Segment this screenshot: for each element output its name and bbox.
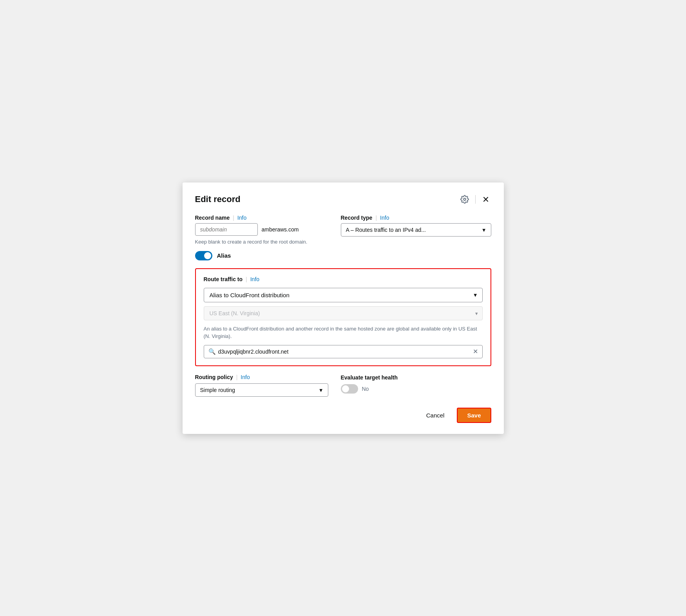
route-traffic-info-link[interactable]: Info: [250, 276, 259, 282]
region-select: US East (N. Virginia): [204, 306, 483, 320]
record-type-label-row: Record type | Info: [341, 215, 491, 221]
record-name-info-link[interactable]: Info: [237, 215, 246, 221]
route-traffic-box: Route traffic to | Info Alias to CloudFr…: [195, 268, 491, 366]
record-type-select[interactable]: A – Routes traffic to an IPv4 ad...: [341, 223, 491, 237]
evaluate-target-health-group: Evaluate target health No: [341, 374, 491, 394]
routing-policy-select[interactable]: Simple routing: [195, 383, 328, 397]
routing-policy-group: Routing policy | Info Simple routing ▼: [195, 374, 328, 397]
record-name-label: Record name: [195, 215, 230, 221]
region-description: An alias to a CloudFront distribution an…: [204, 325, 483, 340]
record-type-group: Record type | Info A – Routes traffic to…: [341, 215, 491, 245]
dialog-footer: Cancel Save: [195, 408, 491, 423]
health-toggle-row: No: [341, 384, 491, 394]
dialog-header: Edit record: [195, 193, 491, 205]
alias-target-select[interactable]: Alias to CloudFront distribution: [204, 288, 483, 302]
routing-policy-label-row: Routing policy | Info: [195, 374, 328, 380]
clear-icon[interactable]: ✕: [473, 348, 478, 355]
health-toggle[interactable]: [341, 384, 358, 394]
health-no-label: No: [362, 386, 369, 392]
record-name-label-row: Record name | Info: [195, 215, 328, 221]
record-type-select-wrapper: A – Routes traffic to an IPv4 ad... ▼: [341, 223, 491, 237]
close-button[interactable]: [480, 194, 491, 205]
save-button[interactable]: Save: [457, 408, 491, 423]
record-name-input[interactable]: [195, 223, 258, 236]
svg-point-0: [463, 198, 466, 201]
record-name-hint: Keep blank to create a record for the ro…: [195, 239, 328, 245]
header-divider: [475, 195, 476, 204]
record-name-input-row: amberaws.com: [195, 223, 328, 236]
alias-target-select-wrapper: Alias to CloudFront distribution ▼: [204, 288, 483, 302]
routing-policy-select-wrapper: Simple routing ▼: [195, 383, 328, 397]
route-traffic-header: Route traffic to | Info: [204, 276, 483, 282]
record-fields-row: Record name | Info amberaws.com Keep bla…: [195, 215, 491, 245]
edit-record-dialog: Edit record Record name | Inf: [183, 182, 504, 434]
record-type-info-link[interactable]: Info: [380, 215, 389, 221]
routing-policy-info-link[interactable]: Info: [241, 374, 250, 380]
cancel-button[interactable]: Cancel: [420, 409, 451, 422]
alias-row: Alias: [195, 251, 491, 260]
record-name-group: Record name | Info amberaws.com Keep bla…: [195, 215, 328, 245]
header-icons: [459, 193, 491, 205]
search-icon: 🔍: [208, 348, 216, 355]
cloudfront-input[interactable]: [204, 345, 483, 358]
settings-button[interactable]: [459, 193, 471, 205]
routing-policy-label: Routing policy: [195, 374, 233, 380]
routing-row: Routing policy | Info Simple routing ▼ E…: [195, 374, 491, 397]
evaluate-target-health-label: Evaluate target health: [341, 374, 398, 381]
record-type-label: Record type: [341, 215, 373, 221]
route-traffic-label: Route traffic to: [204, 276, 243, 282]
domain-suffix: amberaws.com: [262, 226, 299, 233]
dialog-title: Edit record: [195, 194, 241, 204]
cloudfront-search-wrapper: 🔍 ✕: [204, 345, 483, 358]
region-select-wrapper: US East (N. Virginia) ▾: [204, 306, 483, 320]
alias-label: Alias: [217, 252, 231, 259]
alias-toggle[interactable]: [195, 251, 212, 260]
